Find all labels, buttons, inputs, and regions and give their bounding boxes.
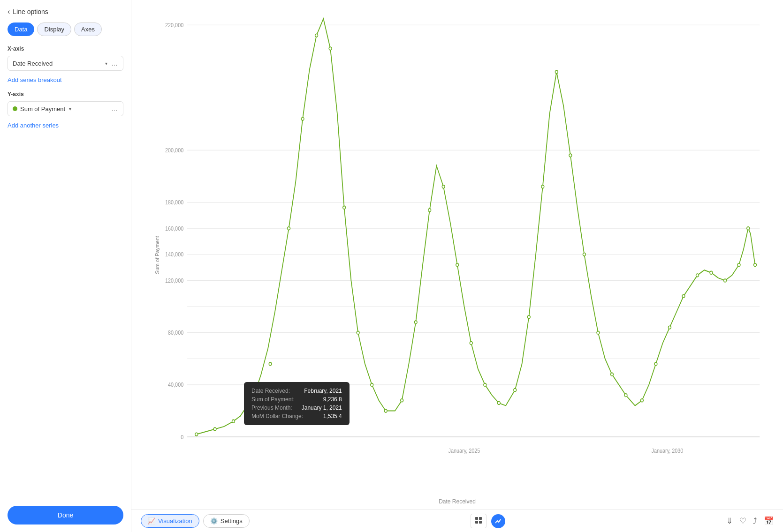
settings-label: Settings — [220, 517, 243, 525]
svg-text:40,000: 40,000 — [168, 382, 183, 388]
svg-point-52 — [624, 394, 627, 397]
tooltip-val-mom: 1,535.4 — [323, 413, 342, 420]
svg-text:180,000: 180,000 — [165, 199, 183, 205]
svg-point-39 — [442, 185, 445, 188]
y-axis-chevron-icon: ▾ — [69, 106, 71, 112]
svg-point-27 — [269, 362, 272, 366]
bottom-right-icons: ⇓ ♡ ⤴ 📅 — [726, 516, 774, 526]
back-nav[interactable]: ‹ Line options — [8, 7, 123, 16]
y-axis-value: Sum of Payment ▾ — [13, 105, 71, 112]
svg-point-28 — [288, 227, 290, 230]
svg-text:January, 2030: January, 2030 — [652, 448, 684, 454]
visualization-tab[interactable]: 📈 Visualization — [141, 514, 199, 528]
svg-point-32 — [343, 206, 346, 209]
svg-point-60 — [737, 263, 740, 267]
svg-point-54 — [654, 362, 657, 366]
y-axis-dropdown[interactable]: Sum of Payment ▾ … — [8, 101, 123, 116]
tab-display[interactable]: Display — [37, 22, 71, 36]
done-button[interactable]: Done — [8, 506, 123, 525]
svg-point-40 — [456, 263, 459, 267]
tooltip-key-mom: MoM Dollar Change: — [251, 413, 303, 420]
svg-rect-65 — [475, 521, 478, 524]
svg-point-53 — [640, 399, 643, 402]
svg-point-49 — [583, 253, 585, 256]
svg-point-56 — [682, 294, 685, 298]
svg-point-33 — [357, 331, 359, 334]
tab-data[interactable]: Data — [8, 22, 34, 36]
chart-view-button[interactable] — [491, 514, 505, 528]
svg-point-25 — [232, 420, 235, 423]
tooltip-row-mom: MoM Dollar Change: 1,535.4 — [251, 413, 342, 420]
chart-wrapper: Sum of Payment 0 40,000 80,000 — [131, 0, 783, 510]
x-axis-title: Date Received — [439, 498, 476, 505]
svg-point-57 — [696, 274, 699, 277]
calendar-button[interactable]: 📅 — [764, 516, 774, 526]
x-axis-dropdown[interactable]: Date Received ▾ … — [8, 56, 123, 71]
svg-point-23 — [195, 433, 198, 436]
svg-point-51 — [610, 373, 613, 376]
tooltip-row-date: Date Received: February, 2021 — [251, 388, 342, 394]
add-series-breakout-link[interactable]: Add series breakout — [8, 76, 123, 83]
tooltip-val-prev: January 1, 2021 — [302, 405, 342, 411]
svg-point-31 — [329, 47, 332, 50]
chart-icon — [494, 517, 502, 525]
svg-text:80,000: 80,000 — [168, 330, 183, 336]
svg-point-47 — [555, 70, 558, 74]
svg-point-35 — [384, 409, 387, 412]
chart-area: Sum of Payment 0 40,000 80,000 — [131, 0, 783, 532]
svg-point-24 — [213, 427, 216, 431]
svg-point-42 — [484, 383, 487, 387]
share-button[interactable]: ⤴ — [753, 517, 757, 526]
done-btn-container: Done — [8, 506, 123, 525]
svg-point-62 — [754, 263, 757, 267]
y-axis-ellipsis-icon[interactable]: … — [111, 105, 118, 112]
tooltip-val-date: February, 2021 — [304, 388, 342, 394]
tab-axes[interactable]: Axes — [74, 22, 102, 36]
tooltip-row-sum: Sum of Payment: 9,236.8 — [251, 396, 342, 403]
svg-text:0: 0 — [181, 434, 183, 440]
svg-point-45 — [527, 315, 530, 319]
x-axis-chevron-icon: ▾ — [105, 61, 107, 66]
svg-text:200,000: 200,000 — [165, 147, 183, 153]
svg-point-44 — [514, 389, 517, 392]
svg-point-38 — [428, 209, 431, 212]
y-axis-title: Sum of Payment — [154, 236, 160, 274]
bottom-center-icons — [471, 514, 505, 528]
svg-point-48 — [569, 154, 572, 157]
table-view-button[interactable] — [471, 514, 487, 528]
bell-button[interactable]: ♡ — [739, 516, 746, 526]
y-axis-section-label: Y-axis — [8, 91, 123, 97]
x-axis-ellipsis-icon[interactable]: … — [111, 60, 118, 67]
svg-rect-66 — [479, 521, 482, 524]
bottom-bar: 📈 Visualization ⚙️ Settings — [131, 510, 783, 532]
download-button[interactable]: ⇓ — [726, 516, 733, 526]
tooltip-key-date: Date Received: — [251, 388, 290, 394]
svg-text:220,000: 220,000 — [165, 22, 183, 28]
svg-text:140,000: 140,000 — [165, 252, 183, 258]
add-another-series-link[interactable]: Add another series — [8, 122, 123, 129]
y-axis-dot — [13, 106, 17, 111]
tooltip-key-prev: Previous Month: — [251, 405, 292, 411]
svg-point-36 — [401, 399, 403, 402]
bottom-tab-group: 📈 Visualization ⚙️ Settings — [141, 514, 250, 528]
settings-tab[interactable]: ⚙️ Settings — [203, 514, 250, 528]
svg-rect-63 — [475, 517, 478, 520]
tab-group: Data Display Axes — [8, 22, 123, 36]
chart-tooltip: Date Received: February, 2021 Sum of Pay… — [244, 382, 350, 425]
svg-point-58 — [710, 271, 713, 274]
panel-title: Line options — [13, 8, 48, 15]
x-axis-value: Date Received — [13, 60, 53, 67]
svg-text:January, 2025: January, 2025 — [449, 448, 480, 454]
left-panel: ‹ Line options Data Display Axes X-axis … — [0, 0, 131, 532]
back-arrow-icon: ‹ — [8, 7, 10, 16]
settings-icon: ⚙️ — [210, 517, 218, 525]
x-axis-section-label: X-axis — [8, 45, 123, 52]
tooltip-val-sum: 9,236.8 — [323, 396, 342, 403]
tooltip-row-prev: Previous Month: January 1, 2021 — [251, 405, 342, 411]
visualization-label: Visualization — [158, 517, 192, 525]
svg-point-41 — [470, 342, 472, 345]
table-icon — [475, 517, 482, 524]
svg-point-29 — [301, 117, 304, 120]
svg-point-34 — [371, 383, 373, 387]
svg-rect-64 — [479, 517, 482, 520]
